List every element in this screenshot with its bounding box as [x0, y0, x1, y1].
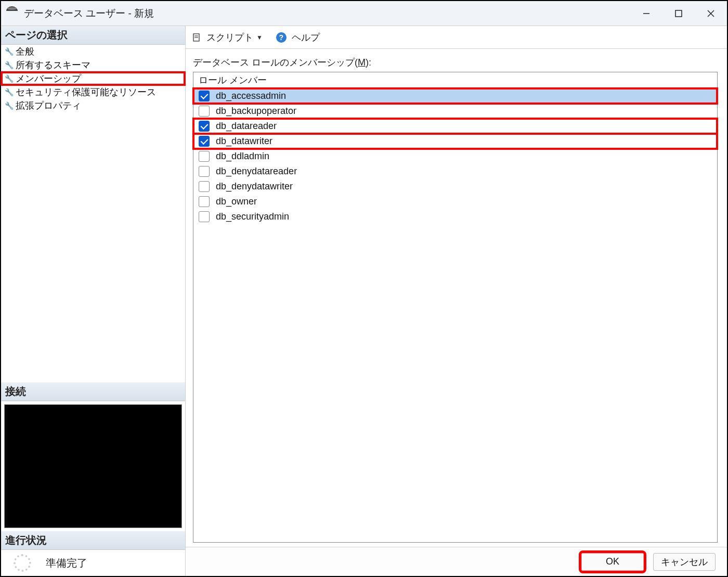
- role-name-label: db_backupoperator: [216, 106, 296, 117]
- role-name-label: db_owner: [216, 196, 257, 207]
- sidebar-item-label: メンバーシップ: [16, 72, 81, 85]
- role-name-label: db_datareader: [216, 121, 277, 132]
- role-row-db_owner[interactable]: db_owner: [193, 194, 717, 209]
- script-button[interactable]: スクリプト: [206, 31, 253, 44]
- ok-button[interactable]: OK: [581, 553, 644, 571]
- window-title: データベース ユーザー - 新規: [24, 7, 154, 20]
- role-checkbox[interactable]: [199, 211, 210, 222]
- sidebar-item-label: 拡張プロパティ: [16, 99, 81, 112]
- progress-row: 準備完了: [1, 550, 185, 576]
- role-list-box: ロール メンバー db_accessadmindb_backupoperator…: [193, 72, 718, 543]
- sidebar-item-3[interactable]: 🔧セキュリティ保護可能なリソース: [1, 85, 185, 99]
- sidebar-item-0[interactable]: 🔧全般: [1, 45, 185, 58]
- role-row-db_datareader[interactable]: db_datareader: [193, 119, 717, 134]
- help-icon: ?: [276, 32, 287, 43]
- spinner-icon: [14, 554, 31, 572]
- sidebar-item-4[interactable]: 🔧拡張プロパティ: [1, 99, 185, 112]
- connection-header: 接続: [1, 382, 185, 401]
- role-name-label: db_datawriter: [216, 136, 272, 147]
- role-name-label: db_accessadmin: [216, 91, 286, 101]
- role-checkbox[interactable]: [199, 121, 210, 132]
- svg-rect-1: [675, 10, 682, 17]
- close-button[interactable]: [695, 2, 727, 25]
- minimize-button[interactable]: [630, 2, 662, 25]
- role-row-db_denydatawriter[interactable]: db_denydatawriter: [193, 179, 717, 194]
- role-checkbox[interactable]: [199, 136, 210, 147]
- maximize-button[interactable]: [662, 2, 695, 25]
- role-checkbox[interactable]: [199, 166, 210, 177]
- role-row-db_denydatareader[interactable]: db_denydatareader: [193, 164, 717, 179]
- role-checkbox[interactable]: [199, 151, 210, 162]
- sidebar-item-2[interactable]: 🔧メンバーシップ: [1, 72, 185, 85]
- wrench-icon: 🔧: [4, 87, 14, 97]
- sidebar-item-1[interactable]: 🔧所有するスキーマ: [1, 58, 185, 72]
- help-button[interactable]: ヘルプ: [292, 31, 320, 44]
- role-name-label: db_securityadmin: [216, 211, 289, 222]
- dialog-footer: OK キャンセル: [186, 547, 727, 576]
- membership-label: データベース ロールのメンバーシップ(M):: [193, 56, 718, 69]
- sidebar-item-label: セキュリティ保護可能なリソース: [16, 86, 156, 98]
- role-checkbox[interactable]: [199, 91, 210, 101]
- role-name-label: db_denydatareader: [216, 166, 297, 177]
- script-icon: [192, 33, 201, 42]
- cancel-button[interactable]: キャンセル: [653, 553, 716, 571]
- main-panel: スクリプト ▼ ? ヘルプ データベース ロールのメンバーシップ(M): ロール…: [186, 26, 727, 576]
- progress-status-label: 準備完了: [46, 556, 87, 570]
- wrench-icon: 🔧: [4, 60, 14, 70]
- role-row-db_ddladmin[interactable]: db_ddladmin: [193, 149, 717, 164]
- role-row-db_backupoperator[interactable]: db_backupoperator: [193, 104, 717, 119]
- role-column-header: ロール メンバー: [193, 72, 717, 88]
- role-row-db_securityadmin[interactable]: db_securityadmin: [193, 209, 717, 224]
- sidebar-item-label: 所有するスキーマ: [16, 59, 90, 71]
- script-dropdown-icon[interactable]: ▼: [256, 34, 263, 41]
- sidebar: ページの選択 🔧全般🔧所有するスキーマ🔧メンバーシップ🔧セキュリティ保護可能なリ…: [1, 26, 186, 576]
- role-row-db_accessadmin[interactable]: db_accessadmin: [193, 88, 717, 104]
- wrench-icon: 🔧: [4, 74, 14, 83]
- sidebar-item-label: 全般: [16, 45, 34, 58]
- connection-info-box: [4, 404, 182, 528]
- progress-header: 進行状況: [1, 531, 185, 550]
- wrench-icon: 🔧: [4, 101, 14, 110]
- wrench-icon: 🔧: [4, 47, 14, 56]
- database-icon: [6, 7, 19, 20]
- toolbar: スクリプト ▼ ? ヘルプ: [186, 26, 727, 49]
- role-checkbox[interactable]: [199, 196, 210, 207]
- role-name-label: db_ddladmin: [216, 151, 269, 162]
- role-checkbox[interactable]: [199, 181, 210, 192]
- role-name-label: db_denydatawriter: [216, 181, 293, 192]
- page-nav-list: 🔧全般🔧所有するスキーマ🔧メンバーシップ🔧セキュリティ保護可能なリソース🔧拡張プ…: [1, 45, 185, 112]
- role-row-db_datawriter[interactable]: db_datawriter: [193, 134, 717, 149]
- role-checkbox[interactable]: [199, 106, 210, 117]
- titlebar: データベース ユーザー - 新規: [1, 1, 727, 26]
- page-select-header: ページの選択: [1, 26, 185, 45]
- dialog-window: データベース ユーザー - 新規 ページの選択 🔧全般🔧所有するスキーマ🔧メンバ…: [0, 0, 728, 577]
